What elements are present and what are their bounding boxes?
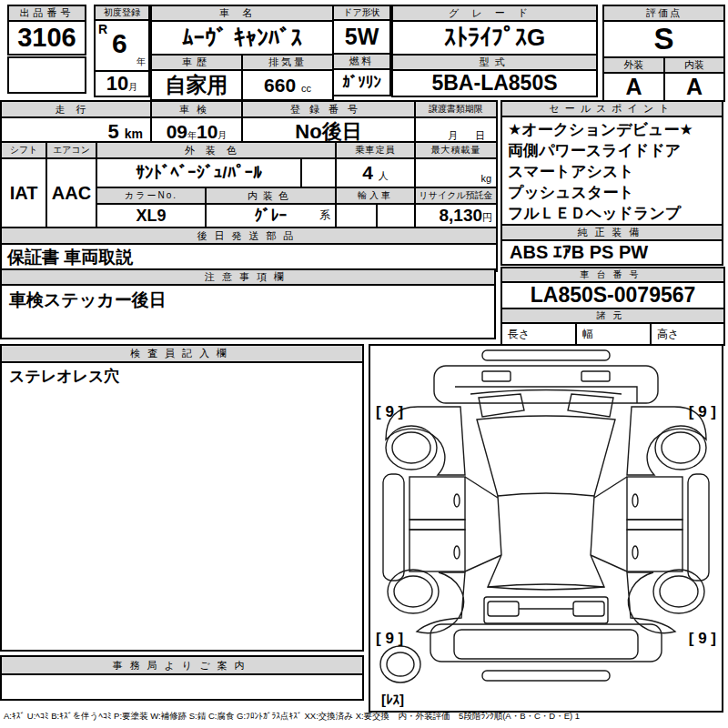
tire-mark-front-right: [ 9 ] (689, 403, 716, 420)
legend-text: A:ｷｽﾞ U:ﾍｺﾐ B:ｷｽﾞを伴うﾍｺﾐ P:要塗装 W:補修跡 S:錆 … (4, 711, 724, 723)
inspector-block: 検査員記入欄 ステレオレス穴 (0, 344, 364, 652)
car-name-value: ﾑｰｳﾞ ｷｬﾝﾊﾞｽ (151, 21, 333, 55)
import-label: 輸入車 (336, 187, 415, 204)
recycle-label: リサイクル預託金 (415, 187, 497, 204)
mileage-value: 5 (107, 120, 118, 143)
spec-label: 諸元 (501, 308, 724, 323)
caution-value: 車検ステッカー後日 (1, 285, 495, 339)
shift-value: IAT (1, 158, 46, 228)
shaken-year: 09 (167, 121, 187, 142)
office-notice-label: 事務局よりご案内 (1, 656, 363, 674)
model-code-label: 型式 (392, 55, 597, 70)
car-name-label: 車名 (151, 5, 333, 21)
tire-mark-rear-left: [ 9 ] (376, 630, 403, 647)
exterior-color-label: 外装色 (96, 142, 336, 158)
height-label: 高さ (651, 323, 724, 345)
reg-month-unit: 月 (128, 82, 137, 92)
shaken-year-unit: 年 (187, 130, 197, 140)
sales-point: フルＬＥＤヘッドランプ (502, 203, 722, 224)
interior-color-value: ｸﾞﾚｰ (255, 207, 288, 225)
era-value: R (98, 22, 107, 36)
auction-sheet: 出品番号 3106 初度登録 R 6 年 10月 車名 ﾑｰｳﾞ ｷｬﾝﾊﾞｽ … (0, 0, 728, 728)
mileage-unit: km (125, 126, 143, 141)
aircon-label: エアコン (46, 142, 96, 158)
exterior-color-value: ｻﾝﾄﾞﾍﾞｰｼﾞｭ/ﾊﾟｰﾙ (96, 158, 301, 187)
payload-unit: kg (415, 158, 497, 187)
color-band: シフト エアコン 外装色 乗車定員 最大積載量 IAT AAC ｻﾝﾄﾞﾍﾞｰｼ… (0, 141, 498, 272)
later-parts-label: 後日発送部品 (1, 228, 497, 244)
first-registration-label: 初度登録 (95, 5, 149, 20)
sales-point: プッシュスタート (502, 182, 722, 203)
shaken-month: 10 (197, 121, 217, 142)
recycle-unit: 円 (482, 212, 492, 223)
grade-value: ｽﾄﾗｲﾌﾟｽG (392, 21, 597, 55)
fuel-value: ｶﾞｿﾘﾝ (333, 69, 390, 96)
tire-mark-rear-right: [ 9 ] (689, 630, 716, 647)
lot-number-block: 出品番号 3106 (7, 5, 86, 56)
color-no-label: カラーNo. (96, 187, 206, 204)
sales-point: ★オークションデビュー★ (502, 119, 722, 140)
fuel-label: 燃料 (333, 54, 390, 69)
grade-label: グレード (392, 5, 597, 21)
equipment-value: ABS ｴｱB PS PW (501, 240, 723, 265)
sales-point: スマートアシスト (502, 161, 722, 182)
shaken-label: 車検 (151, 101, 242, 117)
vin-value: LA850S-0079567 (501, 282, 724, 308)
car-schematic: [ 9 ] [ 9 ] [ 9 ] [ 9 ] [ﾚｽ] (370, 346, 722, 711)
sales-points-label: セールスポイント (501, 101, 723, 116)
score-block: 評価点 S 外装 内装 A A (602, 5, 725, 102)
interior-color-suffix: 系 (319, 207, 330, 223)
car-name-block: 車名 ﾑｰｳﾞ ｷｬﾝﾊﾞｽ 車歴 排気量 自家用 660 cc (150, 5, 334, 101)
grade-block: グレード ｽﾄﾗｲﾌﾟｽG 型式 5BA-LA850S (391, 5, 598, 97)
tire-mark-front-left: [ 9 ] (376, 403, 403, 420)
model-code-value: 5BA-LA850S (392, 70, 597, 96)
exterior-grade-label: 外装 (603, 57, 664, 73)
history-value: 自家用 (151, 70, 242, 100)
capacity-unit: 人 (379, 170, 389, 181)
spare-tire-mark: [ﾚｽ] (381, 692, 404, 707)
import-cell-1 (336, 204, 377, 228)
car-diagram: [ 9 ] [ 9 ] [ 9 ] [ 9 ] [ﾚｽ] (369, 344, 723, 713)
later-parts-value: 保証書 車両取説 (1, 244, 497, 271)
score-value: S (603, 21, 724, 57)
capacity-value: 4 (362, 162, 373, 183)
displacement-unit: cc (301, 83, 311, 94)
reg-year-value: 6 (112, 28, 127, 59)
transfer-deadline-label: 譲渡書類期限 (415, 101, 497, 117)
office-notice-value (1, 674, 363, 700)
history-label: 車歴 (151, 55, 242, 70)
displacement-value: 660 (264, 75, 296, 96)
payload-label: 最大積載量 (415, 142, 497, 158)
office-notice-block: 事務局よりご案内 (0, 655, 364, 701)
score-label: 評価点 (603, 5, 724, 21)
shaken-month-unit: 月 (217, 130, 227, 140)
caution-label: 注意事項欄 (1, 269, 495, 285)
reg-year-unit: 年 (136, 56, 146, 68)
door-shape-value: 5W (333, 20, 390, 54)
vin-block: 車台番号 LA850S-0079567 諸元 長さ 幅 高さ (500, 267, 725, 346)
lot-empty-cell (7, 56, 86, 94)
exterior-color-extra-cell (301, 158, 336, 187)
mileage-label: 走行 (1, 101, 151, 117)
displacement-label: 排気量 (242, 55, 333, 70)
capacity-label: 乗車定員 (336, 142, 415, 158)
sales-points-list: ★オークションデビュー★ 両側パワースライドドア スマートアシスト プッシュスタ… (501, 116, 723, 225)
vin-label: 車台番号 (501, 268, 724, 282)
reg-month-value: 10 (106, 72, 128, 95)
interior-color-label: 内装色 (206, 187, 336, 204)
first-registration-block: 初度登録 R 6 年 10月 (94, 5, 150, 97)
interior-grade-label: 内装 (664, 57, 724, 73)
reg-no-label: 登録番号 (242, 101, 415, 117)
exterior-grade-value: A (603, 73, 664, 101)
sales-point: 両側パワースライドドア (502, 140, 722, 161)
door-shape-label: ドア形状 (333, 5, 390, 20)
aircon-value: AAC (46, 158, 96, 228)
caution-block: 注意事項欄 車検ステッカー後日 (0, 268, 496, 339)
interior-grade-value: A (664, 73, 724, 101)
width-label: 幅 (576, 323, 651, 345)
recycle-value: 8,130 (439, 206, 482, 225)
color-no-value: XL9 (96, 204, 206, 228)
import-cell-2 (377, 204, 415, 228)
door-block: ドア形状 5W 燃料 ｶﾞｿﾘﾝ (332, 5, 391, 96)
length-label: 長さ (501, 323, 576, 345)
